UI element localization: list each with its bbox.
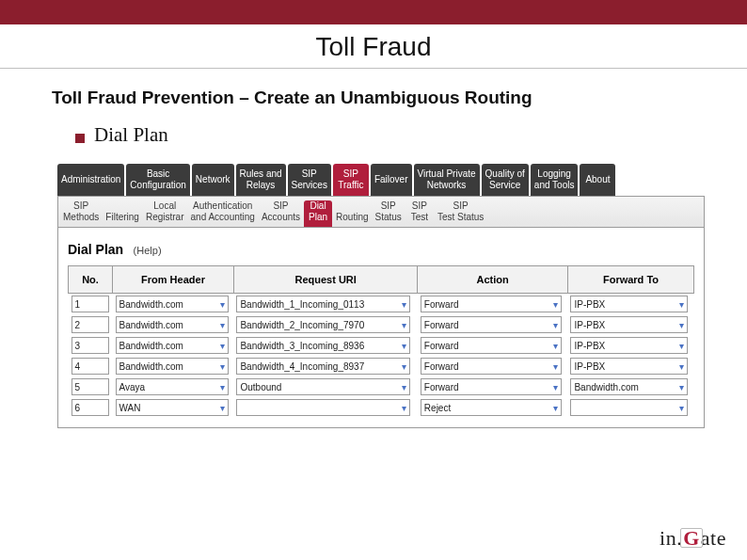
chevron-down-icon: ▾ (402, 299, 406, 310)
logo-post: ate (701, 526, 726, 550)
sub-tab[interactable]: SIPAccounts (259, 200, 303, 227)
dial-plan-table: No. From Header Request URI Action Forwa… (68, 265, 694, 418)
sub-tab[interactable]: SIPStatus (373, 200, 405, 227)
app-panel: AdministrationBasicConfigurationNetworkR… (57, 164, 705, 428)
main-tab[interactable]: Loggingand Tools (531, 164, 579, 196)
select-field[interactable]: Bandwidth_2_Incoming_7970▾ (236, 316, 410, 333)
logo-pre: in. (660, 526, 682, 550)
table-row: 3Bandwidth.com▾Bandwidth_3_Incoming_8936… (69, 335, 694, 356)
chevron-down-icon: ▾ (679, 403, 684, 413)
top-bar (0, 0, 747, 24)
chevron-down-icon: ▾ (220, 341, 225, 351)
select-field[interactable]: Forward▾ (421, 337, 562, 354)
select-field[interactable]: Outbound▾ (236, 378, 410, 395)
select-field[interactable]: Bandwidth.com▾ (116, 337, 229, 354)
chevron-down-icon: ▾ (679, 382, 684, 392)
chevron-down-icon: ▾ (402, 403, 406, 413)
col-no: No. (69, 266, 113, 294)
chevron-down-icon: ▾ (553, 341, 558, 351)
col-fwd: Forward To (567, 266, 693, 294)
sub-tab[interactable]: LocalRegistrar (143, 200, 187, 227)
col-req: Request URI (233, 266, 417, 294)
text-field[interactable]: 4 (72, 358, 109, 375)
select-field[interactable]: IP-PBX▾ (570, 296, 688, 312)
main-tab[interactable]: About (580, 164, 615, 196)
text-field[interactable]: 5 (72, 378, 109, 395)
chevron-down-icon: ▾ (553, 299, 558, 310)
select-field[interactable]: Forward▾ (421, 358, 562, 375)
main-tab[interactable]: Administration (57, 164, 124, 196)
select-field[interactable]: ▾ (570, 399, 688, 416)
sub-tab[interactable]: DialPlan (304, 200, 332, 227)
text-field[interactable]: 6 (72, 399, 109, 416)
main-tab[interactable]: SIPServices (288, 164, 331, 196)
select-field[interactable]: IP-PBX▾ (570, 337, 688, 354)
select-field[interactable]: WAN▾ (116, 399, 229, 416)
select-field[interactable]: IP-PBX▾ (570, 316, 688, 333)
chevron-down-icon: ▾ (553, 361, 558, 372)
text-field[interactable]: 3 (72, 337, 109, 354)
content: Toll Fraud Prevention – Create an Unambi… (0, 69, 747, 428)
chevron-down-icon: ▾ (402, 382, 406, 392)
main-tab[interactable]: SIPTraffic (333, 164, 369, 196)
chevron-down-icon: ▾ (679, 320, 684, 330)
select-field[interactable]: Bandwidth_1_Incoming_0113▾ (236, 296, 410, 312)
main-tab[interactable]: Quality ofService (482, 164, 529, 196)
help-link[interactable]: (Help) (134, 245, 162, 256)
chevron-down-icon: ▾ (679, 299, 684, 310)
chevron-down-icon: ▾ (220, 403, 225, 413)
table-row: 4Bandwidth.com▾Bandwidth_4_Incoming_8937… (69, 356, 694, 376)
table-row: 5Avaya▾Outbound▾Forward▾Bandwidth.com▾ (69, 376, 694, 397)
col-from: From Header (113, 266, 234, 294)
select-field[interactable]: Bandwidth.com▾ (116, 296, 229, 312)
select-field[interactable]: Bandwidth.com▾ (116, 316, 229, 333)
select-field[interactable]: Bandwidth_4_Incoming_8937▾ (236, 358, 410, 375)
chevron-down-icon: ▾ (679, 341, 684, 351)
bullet-row: Dial Plan (75, 123, 705, 147)
sub-tab[interactable]: SIPTest Status (435, 200, 486, 227)
page-title: Toll Fraud (0, 32, 747, 62)
panel-body: Dial Plan (Help) No. From Header Request… (57, 227, 705, 428)
title-area: Toll Fraud (0, 24, 747, 69)
select-field[interactable]: Bandwidth.com▾ (570, 378, 688, 395)
select-field[interactable]: Forward▾ (421, 316, 562, 333)
main-tabs: AdministrationBasicConfigurationNetworkR… (57, 164, 705, 196)
main-tab[interactable]: Network (192, 164, 234, 196)
sub-tab[interactable]: SIPTest (405, 200, 434, 227)
select-field[interactable]: Bandwidth.com▾ (116, 358, 229, 375)
chevron-down-icon: ▾ (220, 320, 225, 330)
text-field[interactable]: 1 (72, 296, 109, 312)
select-field[interactable]: ▾ (236, 399, 410, 416)
bullet-icon (75, 134, 85, 143)
section-title: Dial Plan (68, 242, 123, 257)
sub-tab[interactable]: Authenticationand Accounting (188, 200, 258, 227)
select-field[interactable]: Reject▾ (421, 399, 562, 416)
table-row: 2Bandwidth.com▾Bandwidth_2_Incoming_7970… (69, 314, 694, 335)
chevron-down-icon: ▾ (220, 361, 225, 372)
chevron-down-icon: ▾ (553, 320, 558, 330)
chevron-down-icon: ▾ (553, 382, 558, 392)
select-field[interactable]: Forward▾ (421, 296, 562, 312)
logo-g: G (682, 526, 701, 550)
col-act: Action (418, 266, 568, 294)
select-field[interactable]: IP-PBX▾ (570, 358, 688, 375)
sub-tab[interactable]: Routing (333, 200, 371, 227)
footer-logo: in.Gate (660, 526, 726, 551)
table-row: 1Bandwidth.com▾Bandwidth_1_Incoming_0113… (69, 294, 694, 315)
select-field[interactable]: Avaya▾ (116, 378, 229, 395)
text-field[interactable]: 2 (72, 316, 109, 333)
main-tab[interactable]: Rules andRelays (236, 164, 286, 196)
main-tab[interactable]: BasicConfiguration (126, 164, 189, 196)
select-field[interactable]: Forward▾ (421, 378, 562, 395)
sub-tab[interactable]: SIPMethods (60, 200, 102, 227)
main-tab[interactable]: Failover (371, 164, 412, 196)
chevron-down-icon: ▾ (679, 361, 684, 372)
table-header-row: No. From Header Request URI Action Forwa… (69, 266, 694, 294)
select-field[interactable]: Bandwidth_3_Incoming_8936▾ (236, 337, 410, 354)
chevron-down-icon: ▾ (553, 403, 558, 413)
chevron-down-icon: ▾ (402, 361, 406, 372)
bullet-text: Dial Plan (94, 123, 168, 147)
main-tab[interactable]: Virtual PrivateNetworks (414, 164, 480, 196)
chevron-down-icon: ▾ (220, 382, 225, 392)
sub-tab[interactable]: Filtering (103, 200, 142, 227)
